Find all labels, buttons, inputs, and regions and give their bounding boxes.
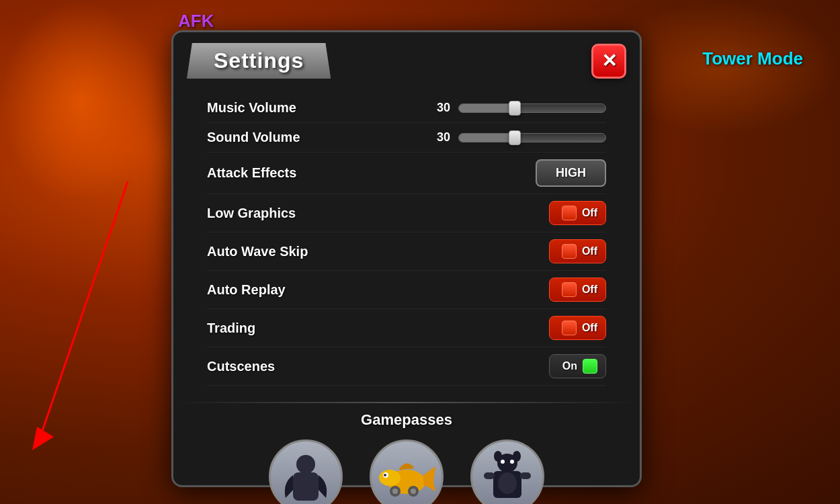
gamepass-circle-2: [370, 439, 444, 504]
music-volume-thumb[interactable]: [509, 101, 521, 116]
gamepass-item-1: Display: [269, 439, 343, 504]
svg-point-11: [411, 489, 416, 494]
sound-volume-thumb[interactable]: [509, 130, 521, 145]
section-divider: [173, 402, 640, 403]
gamepass-silhouette-2: [376, 450, 437, 503]
close-button[interactable]: ✕: [591, 44, 626, 79]
gamepass-circle-1: [269, 439, 343, 504]
settings-content: Music Volume 30 Sound Volume 30: [173, 87, 640, 396]
svg-point-19: [501, 460, 505, 464]
setting-row-low-graphics: Low Graphics Off: [207, 194, 606, 233]
auto-wave-skip-label: Auto Wave Skip: [207, 244, 308, 259]
auto-replay-label: Auto Replay: [207, 282, 286, 298]
trading-toggle-icon: [562, 321, 577, 335]
setting-row-attack-effects: Attack Effects HIGH: [207, 153, 606, 194]
gamepasses-section: Gamepasses Display: [173, 411, 640, 504]
sound-volume-track[interactable]: [458, 133, 606, 142]
auto-wave-skip-toggle-icon: [562, 244, 577, 259]
settings-title-bg: Settings: [187, 43, 331, 79]
auto-replay-toggle-icon: [562, 282, 577, 297]
music-volume-slider-container: 30: [431, 101, 606, 115]
svg-point-13: [494, 451, 502, 462]
auto-replay-toggle-text: Off: [582, 284, 597, 296]
arrow-indicator: [0, 175, 148, 457]
svg-point-20: [510, 460, 514, 464]
setting-row-cutscenes: Cutscenes On: [207, 347, 606, 386]
svg-point-2: [296, 455, 315, 474]
music-volume-track[interactable]: [458, 103, 606, 113]
sound-volume-value: 30: [431, 130, 450, 144]
svg-rect-16: [484, 472, 495, 479]
gamepass-silhouette-3: [484, 450, 531, 503]
gamepass-item-2: Display: [370, 439, 444, 504]
svg-line-0: [40, 181, 128, 437]
modal-header: Settings ✕: [173, 32, 640, 87]
attack-effects-label: Attack Effects: [207, 165, 296, 181]
sound-volume-label: Sound Volume: [207, 130, 300, 145]
settings-modal: Settings ✕ Music Volume 30 Sound Volume …: [171, 30, 642, 487]
gamepasses-title: Gamepasses: [207, 411, 606, 429]
low-graphics-toggle-icon: [562, 206, 577, 220]
attack-effects-high-button[interactable]: HIGH: [536, 159, 606, 187]
gamepass-circle-3: [470, 439, 544, 504]
setting-row-music-volume: Music Volume 30: [207, 93, 606, 123]
cutscenes-toggle[interactable]: On: [549, 354, 606, 378]
tower-mode-label: Tower Mode: [702, 48, 803, 69]
trading-toggle[interactable]: Off: [549, 316, 606, 340]
svg-point-5: [379, 470, 401, 486]
afk-label: AFK: [178, 11, 214, 32]
svg-point-14: [513, 451, 521, 462]
settings-title: Settings: [214, 48, 304, 73]
trading-toggle-text: Off: [582, 322, 597, 334]
svg-point-7: [384, 474, 386, 476]
svg-rect-3: [293, 472, 319, 501]
svg-point-18: [498, 472, 517, 494]
low-graphics-toggle[interactable]: Off: [549, 201, 606, 225]
auto-wave-skip-toggle-text: Off: [582, 245, 597, 257]
bg-blur-left: [0, 0, 161, 202]
auto-wave-skip-toggle[interactable]: Off: [549, 239, 606, 263]
low-graphics-toggle-text: Off: [582, 207, 597, 219]
cutscenes-label: Cutscenes: [207, 359, 275, 374]
sound-volume-slider-container: 30: [431, 130, 606, 144]
gamepasses-row: Display: [207, 439, 606, 504]
svg-point-9: [392, 489, 398, 494]
music-volume-label: Music Volume: [207, 100, 296, 116]
setting-row-sound-volume: Sound Volume 30: [207, 123, 606, 153]
setting-row-auto-replay: Auto Replay Off: [207, 271, 606, 309]
music-volume-value: 30: [431, 101, 450, 115]
cutscenes-toggle-icon: [583, 359, 597, 374]
trading-label: Trading: [207, 321, 255, 336]
gamepass-silhouette-1: [282, 450, 329, 503]
setting-row-auto-wave-skip: Auto Wave Skip Off: [207, 233, 606, 271]
low-graphics-label: Low Graphics: [207, 206, 296, 221]
auto-replay-toggle[interactable]: Off: [549, 278, 606, 302]
cutscenes-toggle-text: On: [562, 360, 577, 372]
setting-row-trading: Trading Off: [207, 309, 606, 347]
gamepass-item-3: Display: [470, 439, 544, 504]
svg-rect-17: [520, 472, 531, 479]
